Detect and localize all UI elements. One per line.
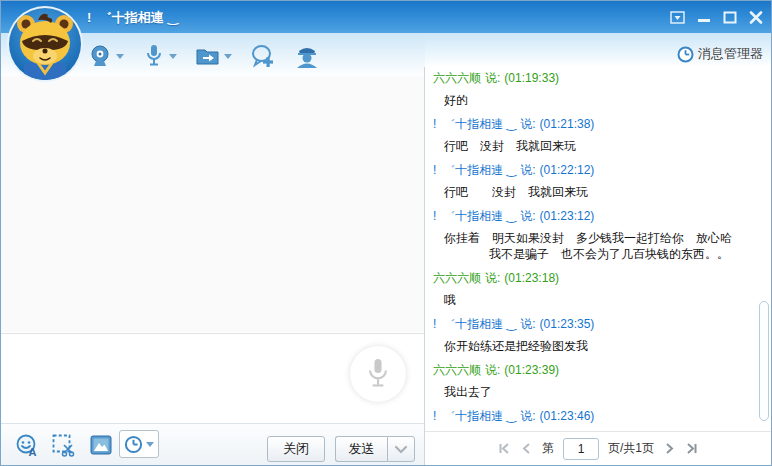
last-page-button[interactable] <box>685 442 698 455</box>
message-header: 六六六顺说:(01:23:39) <box>433 363 757 378</box>
message-header: ! ゛十指相連 ‿说:(01:23:12) <box>433 209 757 224</box>
chat-message: 六六六顺说:(01:23:39) 我出去了 <box>433 363 757 400</box>
microphone-icon <box>142 43 166 69</box>
chat-message: ! ゛十指相連 ‿说:(01:21:38) 行吧 没封 我就回来玩 <box>433 117 757 154</box>
say-label: 说: <box>485 71 500 85</box>
history-options-caret-icon[interactable] <box>146 442 154 447</box>
send-button[interactable]: 发送 <box>335 436 387 462</box>
message-header: 六六六顺说:(01:23:18) <box>433 271 757 286</box>
voice-record-button[interactable] <box>350 346 406 402</box>
say-label: 说: <box>520 163 535 177</box>
emoticon-button[interactable]: A <box>15 433 40 462</box>
sender-name: ! ゛十指相連 ‿ <box>433 409 516 423</box>
next-page-button[interactable] <box>663 442 676 455</box>
timestamp: (01:23:35) <box>540 317 595 331</box>
svg-text:A: A <box>29 446 37 458</box>
clock-icon <box>124 435 143 454</box>
first-page-button[interactable] <box>498 442 511 455</box>
scrollbar-thumb[interactable] <box>759 301 769 421</box>
first-page-icon <box>498 442 511 455</box>
folder-send-icon <box>195 44 221 68</box>
page-suffix-label: 页/共1页 <box>608 440 654 457</box>
maximize-button[interactable] <box>722 11 737 24</box>
pagination: 第 页/共1页 <box>425 432 771 465</box>
message-header: 六六六顺说:(01:19:33) <box>433 71 757 86</box>
screenshot-scissors-icon <box>51 433 76 458</box>
page-number-input[interactable] <box>563 438 599 460</box>
previous-page-icon <box>520 442 533 455</box>
message-manager-label: 消息管理器 <box>698 45 763 63</box>
say-label: 说: <box>520 209 535 223</box>
voice-call-button[interactable] <box>140 41 179 71</box>
titlebar-menu-button[interactable] <box>670 11 685 24</box>
message-manager-button[interactable]: 消息管理器 <box>677 45 763 63</box>
message-text: 行吧 没封 我就回来玩 <box>433 138 757 154</box>
send-options-button[interactable] <box>387 436 415 462</box>
smiley-font-icon: A <box>15 433 40 458</box>
chat-message: ! ゛十指相連 ‿说:(01:23:35) 你开始练还是把经验图发我 <box>433 317 757 354</box>
timestamp: (01:23:12) <box>540 209 595 223</box>
message-text: 你挂着 明天如果没封 多少钱我一起打给你 放心哈 <box>433 230 757 246</box>
message-input-area[interactable] <box>1 333 424 425</box>
timestamp: (01:23:18) <box>504 271 559 285</box>
video-options-caret-icon[interactable] <box>116 54 124 59</box>
timestamp: (01:21:38) <box>540 117 595 131</box>
menu-dropdown-icon <box>670 11 685 24</box>
file-transfer-button[interactable] <box>193 42 234 70</box>
picture-icon <box>89 433 113 457</box>
chat-message: 六六六顺说:(01:19:33) 好的 <box>433 71 757 108</box>
chat-message: ! ゛十指相連 ‿说:(01:23:46) 在吗 <box>433 409 757 431</box>
sender-name: ! ゛十指相連 ‿ <box>433 163 516 177</box>
next-page-icon <box>663 442 676 455</box>
say-label: 说: <box>520 317 535 331</box>
say-label: 说: <box>485 271 500 285</box>
transfer-options-caret-icon[interactable] <box>224 54 232 59</box>
message-text: 你开始练还是把经验图发我 <box>433 338 757 354</box>
message-history-pane: 消息管理器 六六六顺说:(01:19:33) 好的 ! ゛十指相連 ‿说:(01… <box>425 33 771 465</box>
minimize-button[interactable] <box>696 11 711 24</box>
sender-name: 六六六顺 <box>433 271 481 285</box>
composer-toolbar: A <box>1 423 424 465</box>
video-call-button[interactable] <box>85 41 126 71</box>
webcam-icon <box>87 43 113 69</box>
titlebar[interactable]: ! ゛十指相連 ‿ <box>1 1 771 33</box>
timestamp: (01:23:46) <box>540 409 595 423</box>
message-text: 好的 <box>433 92 757 108</box>
maximize-icon <box>723 11 737 24</box>
sender-name: ! ゛十指相連 ‿ <box>433 117 516 131</box>
message-history-button[interactable] <box>119 430 159 458</box>
sender-name: ! ゛十指相連 ‿ <box>433 317 516 331</box>
message-list: 六六六顺说:(01:19:33) 好的 ! ゛十指相連 ‿说:(01:21:38… <box>425 67 757 431</box>
close-icon <box>749 11 763 24</box>
mascot-avatar-image <box>4 3 86 85</box>
message-header: ! ゛十指相連 ‿说:(01:23:46) <box>433 409 757 424</box>
chat-message: ! ゛十指相連 ‿说:(01:23:12) 你挂着 明天如果没封 多少钱我一起打… <box>433 209 757 262</box>
left-pane: A <box>1 76 424 465</box>
message-header: ! ゛十指相連 ‿说:(01:23:35) <box>433 317 757 332</box>
chat-message: 六六六顺说:(01:23:18) 哦 <box>433 271 757 308</box>
chat-display-area <box>1 76 424 332</box>
say-label: 说: <box>520 409 535 423</box>
avatar[interactable] <box>4 3 86 85</box>
sender-name: ! ゛十指相連 ‿ <box>433 209 516 223</box>
voice-options-caret-icon[interactable] <box>169 54 177 59</box>
close-button[interactable] <box>748 11 763 24</box>
gray-microphone-icon <box>363 356 393 392</box>
close-chat-button[interactable]: 关闭 <box>267 436 325 462</box>
message-text: 哦 <box>433 292 757 308</box>
previous-page-button[interactable] <box>520 442 533 455</box>
screen-capture-button[interactable] <box>51 433 76 462</box>
chat-bubble-plus-icon <box>250 43 276 69</box>
invite-button[interactable] <box>248 41 278 71</box>
window-controls <box>670 11 763 24</box>
message-text: 我出去了 <box>433 384 757 400</box>
send-image-button[interactable] <box>89 433 113 461</box>
message-header: ! ゛十指相連 ‿说:(01:21:38) <box>433 117 757 132</box>
chat-message: ! ゛十指相連 ‿说:(01:22:12) 行吧 没封 我就回来玩 <box>433 163 757 200</box>
report-admin-button[interactable] <box>292 41 322 71</box>
chat-window: ! ゛十指相連 ‿ <box>0 0 772 466</box>
page-prefix-label: 第 <box>542 440 554 457</box>
message-text: 行吧 没封 我就回来玩 <box>433 184 757 200</box>
police-officer-icon <box>294 43 320 69</box>
minimize-icon <box>697 11 711 24</box>
